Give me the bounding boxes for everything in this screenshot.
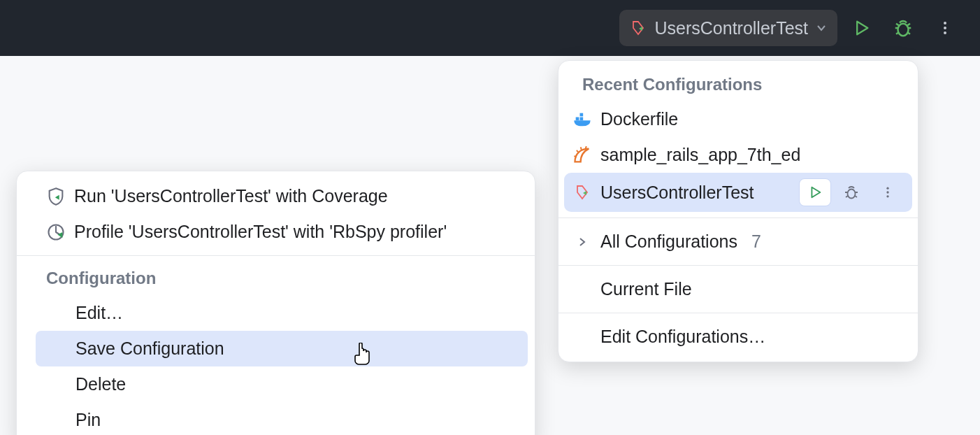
edit-label: Edit… bbox=[75, 301, 123, 325]
config-item-label: Dockerfile bbox=[600, 107, 678, 131]
menu-separator bbox=[559, 313, 918, 313]
configuration-header: Configuration bbox=[17, 262, 535, 295]
all-configs-count: 7 bbox=[751, 229, 761, 254]
run-coverage-label: Run 'UsersControllerTest' with Coverage bbox=[74, 184, 388, 208]
svg-point-0 bbox=[898, 24, 909, 36]
svg-rect-6 bbox=[580, 113, 584, 116]
svg-rect-4 bbox=[576, 117, 579, 120]
config-item-users-controller-test[interactable]: UsersControllerTest bbox=[564, 173, 912, 212]
edit-configurations-item[interactable]: Edit Configurations… bbox=[559, 319, 918, 355]
more-button[interactable] bbox=[927, 10, 963, 46]
chevron-down-icon bbox=[816, 23, 826, 33]
svg-rect-5 bbox=[580, 117, 584, 120]
config-item-dockerfile[interactable]: Dockerfile bbox=[559, 101, 918, 137]
run-button[interactable] bbox=[843, 10, 879, 46]
docker-icon bbox=[572, 110, 592, 129]
config-item-actions bbox=[799, 178, 904, 206]
all-configs-label: All Configurations bbox=[600, 229, 737, 254]
delete-config-item[interactable]: Delete bbox=[17, 366, 535, 402]
config-item-label: sample_rails_app_7th_ed bbox=[600, 143, 800, 167]
svg-point-9 bbox=[886, 191, 888, 193]
svg-point-7 bbox=[848, 190, 856, 199]
edit-config-item[interactable]: Edit… bbox=[17, 295, 535, 331]
ruby-test-icon bbox=[572, 183, 592, 202]
delete-label: Delete bbox=[75, 372, 126, 397]
recent-configs-header: Recent Configurations bbox=[559, 68, 918, 101]
run-config-label: UsersControllerTest bbox=[654, 18, 808, 38]
menu-separator bbox=[559, 218, 918, 218]
current-file-label: Current File bbox=[600, 277, 692, 301]
config-context-menu: Run 'UsersControllerTest' with Coverage … bbox=[16, 171, 535, 435]
rails-icon bbox=[572, 145, 592, 165]
run-config-dropdown: Recent Configurations Dockerfile sample_… bbox=[558, 60, 918, 362]
menu-separator bbox=[559, 265, 918, 266]
svg-point-3 bbox=[944, 31, 946, 34]
ruby-test-icon bbox=[629, 19, 647, 37]
item-run-button[interactable] bbox=[799, 178, 831, 206]
save-label: Save Configuration bbox=[75, 336, 224, 361]
config-item-rails-app[interactable]: sample_rails_app_7th_ed bbox=[559, 137, 918, 173]
current-file-item[interactable]: Current File bbox=[559, 271, 918, 307]
profile-item[interactable]: Profile 'UsersControllerTest' with 'RbSp… bbox=[17, 214, 535, 250]
pin-label: Pin bbox=[75, 408, 101, 432]
config-item-label: UsersControllerTest bbox=[600, 180, 754, 205]
save-config-item[interactable]: Save Configuration bbox=[17, 331, 535, 366]
svg-point-2 bbox=[944, 27, 946, 29]
all-configurations-item[interactable]: All Configurations 7 bbox=[559, 224, 918, 259]
run-with-coverage-item[interactable]: Run 'UsersControllerTest' with Coverage bbox=[17, 178, 535, 214]
main-toolbar: UsersControllerTest bbox=[0, 0, 980, 56]
pin-config-item[interactable]: Pin bbox=[17, 402, 535, 435]
svg-point-10 bbox=[886, 195, 888, 197]
edit-configs-label: Edit Configurations… bbox=[600, 325, 765, 349]
coverage-icon bbox=[46, 187, 66, 206]
menu-separator bbox=[17, 255, 535, 256]
svg-point-1 bbox=[944, 22, 946, 24]
profiler-icon bbox=[46, 222, 66, 242]
run-config-selector[interactable]: UsersControllerTest bbox=[619, 10, 837, 46]
profile-label: Profile 'UsersControllerTest' with 'RbSp… bbox=[74, 220, 447, 244]
chevron-right-icon bbox=[572, 232, 592, 252]
item-debug-button[interactable] bbox=[835, 178, 867, 206]
item-more-button[interactable] bbox=[872, 178, 904, 206]
svg-point-8 bbox=[886, 187, 888, 190]
debug-button[interactable] bbox=[885, 10, 921, 46]
